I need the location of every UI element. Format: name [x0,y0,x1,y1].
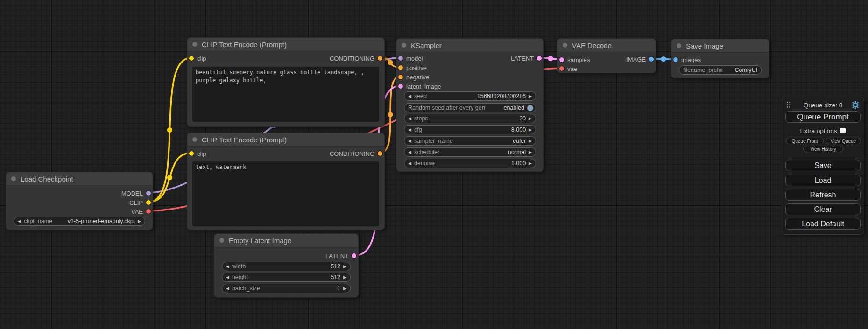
decrement-arrow-icon[interactable]: ◀ [408,139,411,143]
increment-arrow-icon[interactable]: ▶ [138,219,141,224]
node-title-text: VAE Decode [572,42,612,49]
drag-handle-icon[interactable] [787,102,790,108]
increment-arrow-icon[interactable]: ▶ [529,139,532,143]
widget-scheduler[interactable]: ◀schedulernormal▶ [404,147,536,157]
output-dot-conditioning[interactable] [378,151,382,156]
output-label: IMAGE [626,56,646,63]
input-dot-vae[interactable] [559,66,564,71]
increment-arrow-icon[interactable]: ▶ [529,94,532,98]
output-dot-conditioning[interactable] [378,56,382,61]
widget-filename_prefix[interactable]: filename_prefixComfyUI [679,65,762,75]
load-button[interactable]: Load [785,175,861,186]
input-dot-positive[interactable] [398,65,403,70]
decrement-arrow-icon[interactable]: ◀ [226,287,229,291]
increment-arrow-icon[interactable]: ▶ [529,161,532,166]
node-vae-decode[interactable]: VAE DecodesamplesvaeIMAGE [557,38,656,73]
widget-value: 1.000 [511,160,526,167]
clip-to-negative-link-midpoint-dot[interactable] [167,175,172,180]
decrement-arrow-icon[interactable]: ◀ [18,219,21,224]
decrement-arrow-icon[interactable]: ◀ [408,150,411,154]
widget-cfg[interactable]: ◀cfg8.000▶ [404,125,536,134]
input-dot-latent_image[interactable] [398,84,403,89]
increment-arrow-icon[interactable]: ▶ [343,265,346,269]
output-dot-latent[interactable] [537,56,542,61]
widget-width[interactable]: ◀width512▶ [222,262,351,271]
input-dot-images[interactable] [673,57,678,62]
output-slot-clip: CLIP [6,198,153,207]
node-load-checkpoint[interactable]: Load CheckpointMODELCLIPVAE◀ckpt_namev1-… [6,172,153,230]
node-save-image[interactable]: Save Imageimagesfilename_prefixComfyUI [671,39,769,78]
refresh-button[interactable]: Refresh [785,189,861,201]
view-history-button[interactable]: View History [803,146,843,152]
output-dot-image[interactable] [649,57,654,62]
widget-seed[interactable]: ◀seed156680208700286▶ [404,91,536,101]
clip-to-positive-link-midpoint-dot[interactable] [167,127,172,133]
output-slot-image: IMAGE [557,55,656,64]
node-clip-text-encode-positive[interactable]: CLIP Text Encode (Prompt)clipCONDITIONIN… [187,37,385,127]
increment-arrow-icon[interactable]: ▶ [529,150,532,154]
load-default-button[interactable]: Load Default [785,218,861,230]
queue-front-button[interactable]: Queue Front [786,138,824,144]
node-ksampler[interactable]: KSamplermodelpositivenegativelatent_imag… [396,38,544,172]
widget-value: 1 [337,285,340,292]
increment-arrow-icon[interactable]: ▶ [343,287,346,291]
gear-icon[interactable] [851,101,860,111]
increment-arrow-icon[interactable]: ▶ [343,275,346,280]
clear-button[interactable]: Clear [785,203,861,215]
save-button[interactable]: Save [785,160,861,171]
collapse-dot-icon[interactable] [192,42,197,47]
collapse-dot-icon[interactable] [219,238,224,243]
decrement-arrow-icon[interactable]: ◀ [226,275,229,280]
image-link-midpoint-dot[interactable] [661,56,666,62]
extra-options-label: Extra options [800,127,837,134]
output-dot-latent[interactable] [352,253,356,258]
widget-label: filename_prefix [683,67,723,73]
latent-to-vae-link-midpoint-dot[interactable] [548,56,553,61]
collapse-dot-icon[interactable] [11,176,16,181]
widget-sampler_name[interactable]: ◀sampler_nameeuler▶ [404,136,536,146]
increment-arrow-icon[interactable]: ▶ [529,128,532,132]
widget-ckpt_name[interactable]: ◀ckpt_namev1-5-pruned-emaonly.ckpt▶ [14,217,145,226]
decrement-arrow-icon[interactable]: ◀ [226,265,229,269]
widget-label: width [232,263,246,270]
decrement-arrow-icon[interactable]: ◀ [408,161,411,166]
widget-random-seed-after-every-gen[interactable]: Random seed after every genenabled [404,103,536,112]
widget-batch_size[interactable]: ◀batch_size1▶ [222,284,351,293]
node-title-text: KSampler [411,42,442,49]
decrement-arrow-icon[interactable]: ◀ [408,94,411,98]
collapse-dot-icon[interactable] [563,43,567,48]
widget-steps[interactable]: ◀steps20▶ [404,114,536,123]
output-dot-model[interactable] [146,191,151,196]
negative-conditioning-link-midpoint-dot[interactable] [388,112,393,117]
collapse-dot-icon[interactable] [402,43,406,48]
node-title-text: CLIP Text Encode (Prompt) [202,136,287,144]
widget-value: 8.000 [511,126,526,133]
node-title-bar: Load Checkpoint [6,172,153,186]
output-label: MODEL [121,190,143,197]
extra-options-checkbox[interactable] [840,128,846,133]
increment-arrow-icon[interactable]: ▶ [529,117,532,121]
widget-value: ComfyUI [734,67,757,73]
prompt-text-input[interactable]: text, watermark [192,161,379,226]
widget-height[interactable]: ◀height512▶ [222,273,351,282]
widget-value: 20 [519,115,526,122]
output-dot-clip[interactable] [146,200,151,205]
decrement-arrow-icon[interactable]: ◀ [408,128,411,132]
output-slot-latent: LATENT [214,251,358,260]
queue-prompt-button[interactable]: Queue Prompt [785,111,861,123]
node-empty-latent-image[interactable]: Empty Latent ImageLATENT◀width512▶◀heigh… [214,233,359,298]
node-clip-text-encode-negative[interactable]: CLIP Text Encode (Prompt)clipCONDITIONIN… [187,133,385,230]
collapse-dot-icon[interactable] [677,43,681,48]
prompt-text-input[interactable]: beautiful scenery nature glass bottle la… [192,67,379,122]
positive-conditioning-link-midpoint-dot[interactable] [388,60,393,65]
view-queue-button[interactable]: View Queue [826,138,861,144]
widget-value: 512 [331,263,340,270]
input-dot-negative[interactable] [398,75,403,79]
decrement-arrow-icon[interactable]: ◀ [408,117,411,121]
output-dot-vae[interactable] [146,209,151,214]
node-graph-canvas[interactable]: Load CheckpointMODELCLIPVAE◀ckpt_namev1-… [0,0,868,329]
input-slot-vae: vae [557,64,656,73]
toggle-knob[interactable] [527,105,533,111]
widget-denoise[interactable]: ◀denoise1.000▶ [404,159,536,168]
collapse-dot-icon[interactable] [192,137,197,142]
